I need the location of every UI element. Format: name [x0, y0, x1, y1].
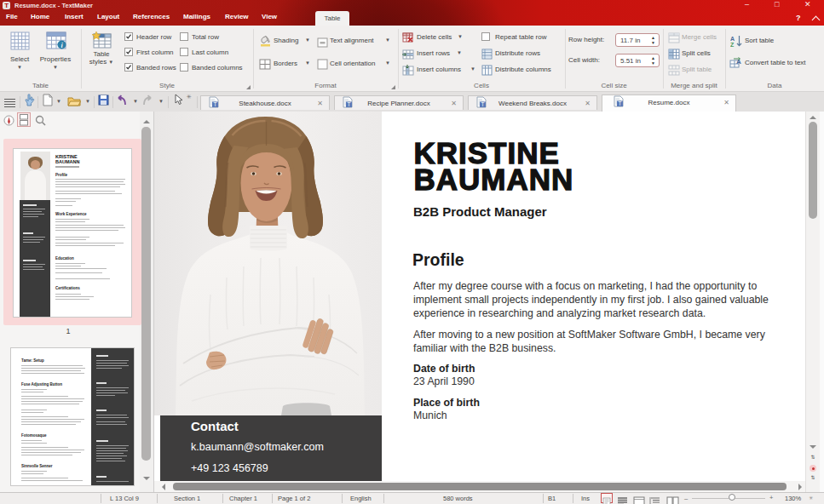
svg-text:T: T — [481, 101, 485, 107]
svg-text:T: T — [348, 101, 351, 107]
svg-text:T: T — [214, 101, 217, 107]
svg-text:A: A — [730, 36, 735, 42]
svg-text:Z: Z — [730, 42, 735, 47]
svg-text:T: T — [619, 100, 622, 106]
